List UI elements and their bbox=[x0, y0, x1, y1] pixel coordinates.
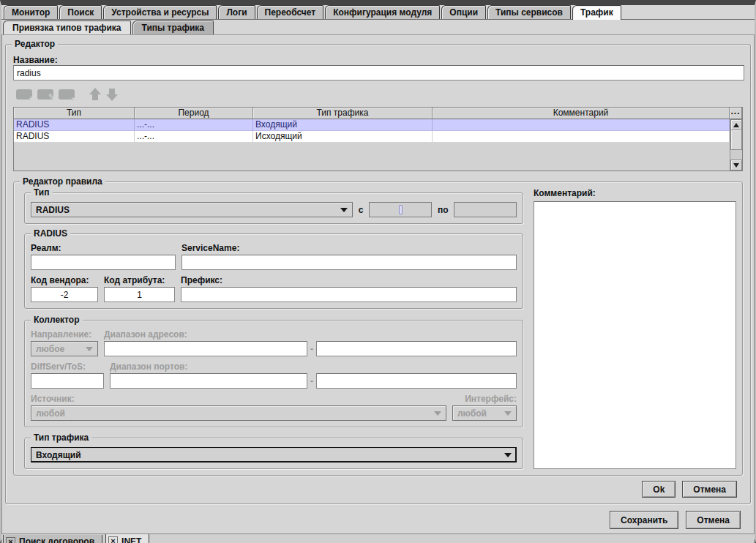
tab-traffic-types[interactable]: Типы трафика bbox=[132, 20, 214, 34]
address-from-input[interactable] bbox=[104, 341, 307, 356]
move-up-icon[interactable] bbox=[89, 88, 101, 101]
text-caret bbox=[399, 205, 403, 214]
radius-group: RADIUS Реалм: ServiceName: Код вендора: … bbox=[24, 233, 523, 309]
realm-input[interactable] bbox=[31, 255, 176, 270]
column-header-traffic-type[interactable]: Тип трафика bbox=[253, 108, 433, 119]
chevron-down-icon bbox=[86, 347, 93, 351]
range-dash: - bbox=[310, 344, 313, 354]
tab-monitor[interactable]: Монитор bbox=[4, 5, 58, 19]
close-icon[interactable]: × bbox=[108, 536, 118, 543]
type-combobox-value: RADIUS bbox=[36, 205, 336, 215]
collector-group: Коллектор Направление: Диапазон адресов:… bbox=[24, 320, 523, 427]
port-range-label: Диапазон портов: bbox=[110, 362, 187, 372]
table-scrollbar[interactable] bbox=[730, 119, 742, 171]
cell-traffic-type: Входящий bbox=[253, 119, 433, 131]
column-header-comment[interactable]: Комментарий bbox=[433, 108, 730, 119]
cell-comment bbox=[433, 119, 730, 131]
scrollbar-thumb[interactable] bbox=[730, 130, 742, 150]
attribute-code-label: Код атрибута: bbox=[104, 275, 175, 285]
chevron-down-icon bbox=[504, 453, 512, 457]
tab-traffic-type-binding[interactable]: Привязка типов трафика bbox=[3, 20, 131, 35]
prefix-input[interactable] bbox=[181, 287, 517, 302]
app-window: Монитор Поиск Устройства и ресурсы Логи … bbox=[0, 0, 756, 543]
range-dash: - bbox=[310, 376, 313, 386]
type-group: Тип RADIUS с по bbox=[24, 192, 523, 224]
type-combobox[interactable]: RADIUS bbox=[31, 202, 353, 217]
realm-label: Реалм: bbox=[31, 243, 176, 253]
column-header-period[interactable]: Период bbox=[135, 108, 253, 119]
tab-module-config[interactable]: Конфигурация модуля bbox=[325, 5, 440, 19]
source-combobox[interactable]: любой bbox=[31, 405, 446, 421]
traffic-type-combobox[interactable]: Входящий bbox=[31, 447, 517, 463]
tab-service-types[interactable]: Типы сервисов bbox=[487, 5, 571, 19]
cell-period: ...-... bbox=[135, 131, 253, 143]
direction-combobox[interactable]: любое bbox=[31, 341, 98, 356]
name-label: Название: bbox=[13, 55, 744, 65]
plus-badge-icon: + bbox=[29, 94, 34, 102]
interface-combobox[interactable]: любой bbox=[452, 405, 517, 421]
tab-contract-search[interactable]: × Поиск договоров bbox=[3, 535, 102, 543]
tab-traffic[interactable]: Трафик bbox=[572, 5, 621, 20]
cell-comment bbox=[433, 131, 730, 143]
port-to-input[interactable] bbox=[316, 373, 517, 389]
port-from-input[interactable] bbox=[110, 373, 307, 389]
table-row[interactable]: RADIUS ...-... Входящий bbox=[14, 119, 730, 131]
name-input[interactable] bbox=[13, 65, 744, 80]
diffserv-input[interactable] bbox=[31, 373, 104, 389]
rules-toolbar: + ✎ − bbox=[16, 86, 744, 102]
editor-group-title: Редактор bbox=[12, 39, 58, 49]
direction-combobox-value: любое bbox=[36, 344, 81, 354]
add-rule-icon[interactable]: + bbox=[16, 89, 32, 100]
main-tabbar: Монитор Поиск Устройства и ресурсы Логи … bbox=[1, 5, 755, 20]
cell-traffic-type: Исходящий bbox=[253, 131, 433, 143]
tab-inet[interactable]: × INET bbox=[105, 534, 149, 543]
radius-group-title: RADIUS bbox=[31, 228, 70, 239]
move-down-icon[interactable] bbox=[106, 88, 118, 101]
column-header-type[interactable]: Тип bbox=[14, 108, 135, 119]
table-row[interactable]: RADIUS ...-... Исходящий bbox=[14, 131, 730, 143]
cell-type: RADIUS bbox=[14, 119, 135, 131]
minus-badge-icon: − bbox=[72, 94, 76, 102]
vendor-code-input[interactable] bbox=[31, 287, 98, 302]
rule-editor-group: Редактор правила Тип RADIUS с по bbox=[13, 181, 743, 476]
type-group-title: Тип bbox=[31, 187, 53, 198]
tab-search[interactable]: Поиск bbox=[59, 5, 102, 19]
cancel-button[interactable]: Отмена bbox=[686, 511, 741, 529]
tab-logs[interactable]: Логи bbox=[218, 5, 255, 19]
period-to-field[interactable] bbox=[454, 202, 517, 217]
comment-label: Комментарий: bbox=[534, 188, 736, 198]
remove-rule-icon[interactable]: − bbox=[59, 89, 75, 100]
interface-combobox-value: любой bbox=[457, 408, 500, 419]
comment-textarea[interactable] bbox=[534, 201, 736, 469]
rules-table: Тип Период Тип трафика Комментарий ... R… bbox=[13, 107, 743, 171]
column-control-button[interactable]: ... bbox=[730, 108, 742, 119]
tab-recalc[interactable]: Переобсчет bbox=[257, 5, 324, 19]
chevron-down-icon bbox=[434, 411, 441, 416]
save-button[interactable]: Сохранить bbox=[610, 511, 678, 529]
period-to-label: по bbox=[438, 205, 449, 215]
close-icon[interactable]: × bbox=[6, 537, 15, 543]
edit-rule-icon[interactable]: ✎ bbox=[37, 89, 53, 100]
scroll-up-icon[interactable] bbox=[730, 119, 742, 130]
cell-period: ...-... bbox=[135, 119, 253, 131]
traffic-type-combobox-value: Входящий bbox=[36, 450, 500, 460]
tab-options[interactable]: Опции bbox=[441, 5, 486, 19]
attribute-code-input[interactable] bbox=[104, 287, 175, 302]
rule-cancel-button[interactable]: Отмена bbox=[682, 481, 737, 498]
scroll-down-icon[interactable] bbox=[730, 160, 742, 171]
traffic-type-group: Тип трафика Входящий bbox=[24, 438, 523, 469]
collector-group-title: Коллектор bbox=[31, 315, 83, 325]
address-range-label: Диапазон адресов: bbox=[104, 329, 187, 340]
cell-type: RADIUS bbox=[14, 131, 135, 143]
chevron-down-icon bbox=[340, 208, 348, 212]
address-to-input[interactable] bbox=[316, 341, 517, 356]
servicename-input[interactable] bbox=[181, 255, 517, 270]
rules-table-header: Тип Период Тип трафика Комментарий ... bbox=[14, 108, 742, 119]
ok-button[interactable]: Ok bbox=[642, 481, 675, 498]
bottom-tabbar: × Поиск договоров × INET bbox=[1, 534, 755, 543]
direction-label: Направление: bbox=[31, 329, 98, 340]
period-from-field[interactable] bbox=[369, 202, 432, 217]
editor-group: Редактор Название: + ✎ − Тип Период Тип … bbox=[5, 44, 751, 504]
tab-devices-resources[interactable]: Устройства и ресурсы bbox=[103, 5, 217, 19]
tab-content-panel: Редактор Название: + ✎ − Тип Период Тип … bbox=[1, 34, 755, 534]
